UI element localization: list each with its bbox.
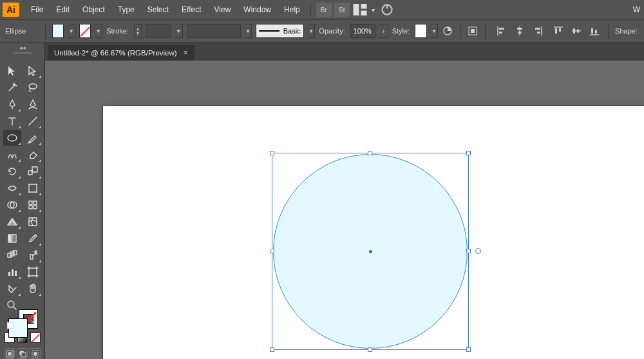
stroke-weight-stepper[interactable]: ▲▼ [134,24,142,38]
live-paint-bucket-tool[interactable] [24,197,42,213]
scale-tool[interactable] [24,164,42,179]
arrange-documents-icon[interactable] [352,3,368,17]
menu-object[interactable]: Object [76,1,111,18]
fill-swatch[interactable] [52,24,64,38]
shaper-tool[interactable] [3,147,21,162]
svg-rect-49 [15,271,17,276]
color-mode-none[interactable] [30,333,41,343]
control-bar: Ellipse ▼ ▼ Stroke: ▲▼ ▼ ▼ Basic ▼ Opaci… [0,19,644,43]
eyedropper-tool[interactable] [24,231,42,246]
column-graph-tool[interactable] [3,264,21,280]
free-transform-tool[interactable] [24,180,42,196]
magic-wand-tool[interactable] [3,80,21,95]
svg-point-53 [8,352,12,356]
resize-handle-bottom-middle[interactable] [368,347,372,352]
stroke-swatch[interactable] [79,24,91,38]
menu-help[interactable]: Help [278,1,307,18]
symbol-sprayer-tool[interactable] [24,247,42,263]
artboard[interactable] [103,106,644,359]
resize-handle-bottom-right[interactable] [466,347,471,352]
selection-bounding-box[interactable] [272,153,469,350]
lasso-tool[interactable] [24,80,42,95]
canvas-area[interactable] [45,61,644,359]
graphic-style-dropdown[interactable]: ▼ [431,24,439,38]
opacity-field[interactable]: 100% [350,24,376,38]
fill-dropdown[interactable]: ▼ [68,24,75,38]
draw-normal-icon[interactable] [4,348,15,359]
variable-width-profile[interactable] [187,24,241,38]
rotate-tool[interactable] [3,164,21,179]
pen-tool[interactable] [3,97,21,112]
bridge-icon[interactable]: Br [316,3,332,17]
resize-handle-top-left[interactable] [270,151,274,155]
line-segment-tool[interactable] [24,113,42,129]
align-right-icon[interactable] [531,24,545,38]
resize-handle-bottom-left[interactable] [270,347,274,352]
svg-rect-41 [29,218,37,226]
width-tool[interactable] [3,180,21,196]
shape-builder-tool[interactable] [3,197,21,213]
tools-panel-collapse-handle[interactable]: ◂◂ [0,43,45,61]
opacity-flyout[interactable]: › [379,24,388,38]
selection-tool[interactable] [3,63,21,79]
fill-stroke-indicator[interactable]: ⤭ [7,318,38,329]
slice-tool[interactable] [3,281,21,296]
swap-fill-stroke-icon[interactable]: ⤭ [30,318,38,326]
svg-rect-48 [12,269,14,276]
resize-handle-middle-right[interactable] [466,249,471,253]
workspace-label[interactable]: W [633,5,644,14]
stroke-dropdown[interactable]: ▼ [95,24,102,38]
mesh-tool[interactable] [24,214,42,229]
svg-rect-9 [499,28,504,30]
menu-view[interactable]: View [208,1,238,18]
align-to-icon[interactable] [467,24,478,38]
selection-center-point[interactable] [369,250,372,253]
perspective-grid-tool[interactable] [3,214,21,229]
svg-rect-37 [29,201,32,204]
artboard-tool[interactable] [24,264,42,280]
gpu-preview-icon[interactable] [379,3,395,17]
align-hcenter-icon[interactable] [513,24,527,38]
brush-definition[interactable]: Basic [256,24,303,38]
draw-behind-icon[interactable] [17,348,28,359]
default-fill-stroke-icon[interactable] [7,322,14,329]
graphic-style-swatch[interactable] [415,24,426,38]
menu-window[interactable]: Window [237,1,278,18]
close-tab-icon[interactable]: × [184,48,188,57]
menu-edit[interactable]: Edit [50,1,76,18]
live-shape-pie-widget[interactable] [475,248,481,254]
svg-rect-18 [555,28,557,34]
direct-selection-tool[interactable] [24,63,42,79]
gradient-tool[interactable] [3,231,21,246]
brush-dropdown[interactable]: ▼ [308,24,316,38]
align-top-icon[interactable] [551,24,565,38]
stroke-profile-dropdown[interactable]: ▼ [175,24,183,38]
variable-width-dropdown[interactable]: ▼ [245,24,252,38]
resize-handle-top-middle[interactable] [368,151,372,155]
align-bottom-icon[interactable] [587,24,601,38]
menu-select[interactable]: Select [141,1,175,18]
arrange-dropdown-icon[interactable]: ▾ [370,3,377,17]
stroke-weight-field[interactable] [146,24,171,38]
draw-mode-row [4,348,41,359]
recolor-artwork-icon[interactable] [442,24,453,38]
shape-properties-label[interactable]: Shape: [615,27,638,35]
ellipse-tool[interactable] [3,130,21,146]
curvature-tool[interactable] [24,97,42,112]
menu-effect[interactable]: Effect [175,1,207,18]
align-vcenter-icon[interactable] [569,24,583,38]
type-tool[interactable] [3,113,21,129]
align-left-icon[interactable] [495,24,509,38]
blend-tool[interactable] [3,247,21,263]
stock-icon[interactable]: St [334,3,350,17]
draw-inside-icon[interactable] [30,348,41,359]
svg-point-31 [28,184,30,185]
menu-type[interactable]: Type [111,1,141,18]
document-tab[interactable]: Untitled-2* @ 66.67% (RGB/Preview) × [48,45,194,61]
resize-handle-top-right[interactable] [466,151,471,155]
paintbrush-tool[interactable] [24,130,42,146]
menu-file[interactable]: File [24,1,50,18]
resize-handle-middle-left[interactable] [270,249,274,253]
hand-tool[interactable] [24,281,42,296]
eraser-tool[interactable] [24,147,42,162]
